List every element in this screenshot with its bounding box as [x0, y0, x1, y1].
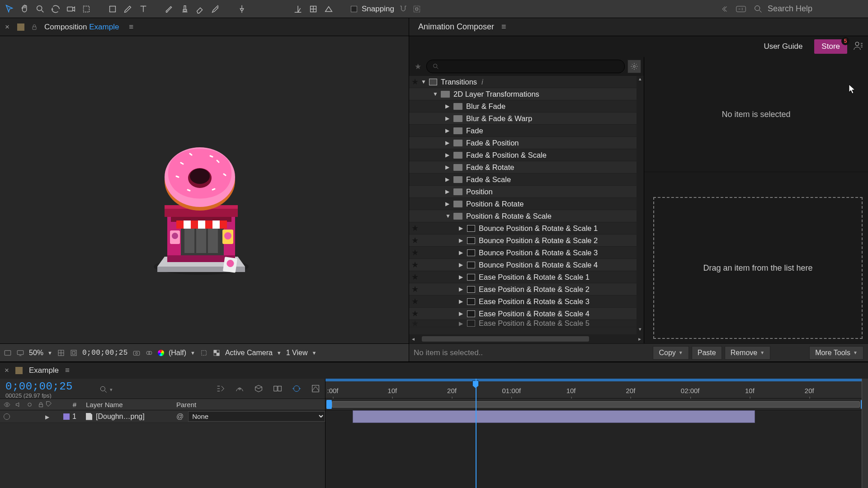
hand-tool[interactable] — [17, 1, 33, 17]
panel-menu-icon[interactable]: ≡ — [129, 23, 133, 32]
timeline-right-panel[interactable]: :00f10f20f01:00f10f20f02:00f10f20f03:0 — [326, 379, 868, 488]
shape-tool[interactable] — [105, 1, 120, 17]
store-button[interactable]: Store 5 — [814, 39, 847, 54]
panel-menu-icon[interactable]: ≡ — [501, 22, 506, 32]
timeline-layer-row[interactable]: ▶ 1 [Doughn…png] @ None — [0, 410, 325, 423]
tree-row-folder[interactable]: ★▶Blur & Fade & Warp — [409, 113, 644, 125]
eye-header-icon[interactable] — [4, 401, 10, 408]
preview-toggle[interactable] — [4, 349, 12, 357]
current-timecode[interactable]: 0;00;00;25 — [5, 380, 73, 393]
resolution-dropdown[interactable]: (Half)▼ — [169, 349, 195, 357]
visibility-toggle[interactable] — [4, 413, 10, 420]
tree-row-preset[interactable]: ★▶Bounce Position & Rotate & Scale 3 — [409, 247, 644, 259]
composition-viewer[interactable] — [0, 36, 409, 343]
drop-zone[interactable]: Drag an item from the list here — [653, 197, 863, 339]
tree-row-preset[interactable]: ★▶Bounce Position & Rotate & Scale 1 — [409, 222, 644, 235]
panel-menu-icon[interactable]: ≡ — [65, 366, 70, 375]
orbit-tool[interactable] — [48, 1, 63, 17]
layer-bar[interactable] — [353, 410, 755, 423]
copy-button[interactable]: Copy▼ — [653, 346, 689, 360]
roi-tool[interactable] — [79, 1, 94, 17]
comp-mini-flow-icon[interactable] — [216, 384, 226, 396]
rotobrush-tool[interactable] — [208, 1, 223, 17]
layer-name[interactable]: [Doughn…png] — [96, 413, 145, 421]
axis-local-icon[interactable] — [290, 1, 306, 17]
stamp-tool[interactable] — [177, 1, 193, 17]
speaker-header-icon[interactable] — [15, 401, 22, 408]
shy-toggle-icon[interactable] — [235, 384, 245, 396]
playhead-line[interactable] — [476, 379, 476, 488]
pen-tool[interactable] — [120, 1, 136, 17]
transparency-grid[interactable] — [212, 349, 221, 357]
close-tab-icon[interactable]: × — [5, 366, 9, 375]
account-icon[interactable] — [853, 40, 863, 53]
close-tab-icon[interactable]: × — [4, 23, 11, 32]
preset-tree[interactable]: ★ ▼ Transitions i ★ ▼ 2D Layer Transform… — [409, 76, 644, 343]
tree-row-root[interactable]: ★ ▼ Transitions i — [409, 76, 644, 88]
snapping-boundary-icon[interactable] — [412, 5, 421, 14]
grid-menu[interactable] — [57, 349, 65, 357]
lock-icon[interactable] — [31, 23, 38, 31]
timeline-tab-name[interactable]: Example — [29, 366, 59, 375]
solo-header-icon[interactable] — [26, 401, 33, 408]
timeline-end-cap[interactable] — [862, 379, 868, 488]
tree-row-category[interactable]: ★ ▼ 2D Layer Transformations — [409, 88, 644, 100]
twirl-icon[interactable]: ▶ — [45, 414, 49, 420]
tree-row-preset[interactable]: ★▶Ease Position & Rotate & Scale 3 — [409, 296, 644, 308]
channels-button[interactable] — [145, 349, 153, 357]
motionblur-icon[interactable] — [292, 384, 302, 396]
pin-tool[interactable] — [234, 1, 250, 17]
vertical-scrollbar[interactable]: ▴▾ — [637, 76, 644, 334]
text-tool[interactable] — [136, 1, 151, 17]
work-area-bar[interactable] — [326, 399, 868, 410]
remove-button[interactable]: Remove▼ — [725, 346, 770, 360]
camera-dropdown[interactable]: Active Camera▼ — [225, 349, 282, 357]
snapshot-button[interactable] — [132, 349, 141, 357]
snapping-magnet-icon[interactable] — [399, 5, 408, 14]
mask-toggle[interactable] — [70, 349, 78, 357]
time-ruler[interactable]: :00f10f20f01:00f10f20f02:00f10f20f03:0 — [326, 379, 868, 399]
tree-row-folder[interactable]: ★▶Blur & Fade — [409, 100, 644, 113]
preset-settings-icon[interactable] — [627, 60, 641, 73]
tree-row-folder[interactable]: ★▶Fade — [409, 125, 644, 137]
camera-tool[interactable] — [63, 1, 79, 17]
tree-row-folder-open[interactable]: ★▼Position & Rotate & Scale — [409, 210, 644, 222]
sync-icon[interactable] — [736, 4, 746, 14]
tree-row-preset[interactable]: ★▶Bounce Position & Rotate & Scale 2 — [409, 235, 644, 247]
tree-row-folder[interactable]: ★▶Fade & Position — [409, 137, 644, 149]
favorites-filter-icon[interactable]: ★ — [412, 62, 424, 71]
parent-dropdown[interactable]: None — [188, 411, 325, 422]
footer-timecode[interactable]: 0;00;00;25 — [82, 349, 128, 357]
preset-search-input[interactable] — [426, 60, 625, 73]
brush-tool[interactable] — [162, 1, 177, 17]
tree-row-folder[interactable]: ★▶Position — [409, 186, 644, 198]
eraser-tool[interactable] — [193, 1, 208, 17]
roi-button[interactable] — [200, 349, 208, 357]
user-guide-link[interactable]: User Guide — [757, 39, 809, 54]
tree-row-preset[interactable]: ★▶Ease Position & Rotate & Scale 4 — [409, 308, 644, 320]
tree-row-preset[interactable]: ★▶Ease Position & Rotate & Scale 5 — [409, 320, 644, 327]
col-layername[interactable]: Layer Name — [86, 401, 176, 408]
workarea-start-handle[interactable] — [326, 400, 332, 409]
overflow-icon[interactable] — [719, 4, 729, 14]
more-tools-button[interactable]: More Tools▼ — [809, 346, 863, 360]
selection-tool[interactable] — [2, 1, 17, 17]
color-mgmt[interactable] — [158, 350, 164, 356]
pickwhip-icon[interactable]: @ — [176, 413, 184, 421]
paste-button[interactable]: Paste — [692, 346, 722, 360]
lock-header-icon[interactable] — [38, 401, 44, 408]
display-toggle[interactable] — [16, 349, 24, 357]
tree-row-preset[interactable]: ★▶Ease Position & Rotate & Scale 2 — [409, 283, 644, 296]
tree-row-folder[interactable]: ★▶Fade & Rotate — [409, 161, 644, 174]
composition-tab-title[interactable]: Composition Example — [44, 23, 119, 32]
label-header-icon[interactable] — [45, 400, 52, 408]
col-index[interactable]: # — [63, 401, 86, 408]
views-dropdown[interactable]: 1 View▼ — [286, 349, 317, 357]
frameblend-icon[interactable] — [273, 384, 283, 396]
tree-row-preset[interactable]: ★▶Ease Position & Rotate & Scale 1 — [409, 271, 644, 283]
axis-world-icon[interactable] — [306, 1, 321, 17]
tree-row-folder[interactable]: ★▶Fade & Position & Scale — [409, 149, 644, 161]
tree-row-folder[interactable]: ★▶Fade & Scale — [409, 174, 644, 186]
draft3d-icon[interactable] — [254, 384, 264, 396]
layer-search[interactable]: ▾ — [99, 385, 113, 394]
